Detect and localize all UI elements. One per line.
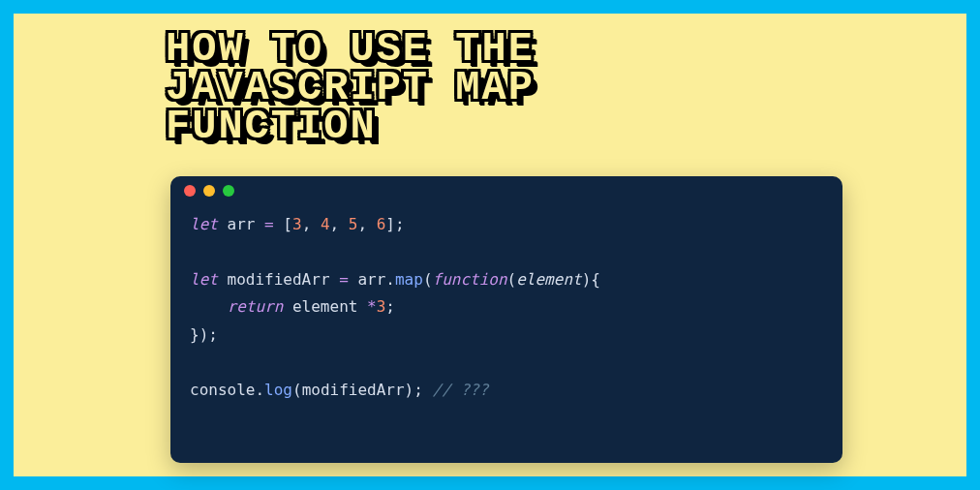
window-titlebar: [170, 176, 842, 205]
close-icon[interactable]: [184, 185, 196, 197]
param-element: element: [516, 270, 581, 289]
keyword-let: let: [190, 215, 218, 233]
code-window: let arr = [3, 4, 5, 6]; let modifiedArr …: [170, 176, 842, 463]
method-log: log: [264, 381, 292, 399]
minimize-icon[interactable]: [203, 185, 215, 197]
var-modifiedArr: modifiedArr: [228, 270, 330, 289]
keyword-function: function: [433, 270, 507, 289]
canvas: HOW TO USE THE JAVASCRIPT MAP FUNCTION l…: [14, 14, 966, 476]
page-title: HOW TO USE THE JAVASCRIPT MAP FUNCTION: [166, 31, 535, 147]
method-map: map: [395, 270, 423, 289]
maximize-icon[interactable]: [223, 185, 234, 197]
console: console: [190, 381, 255, 399]
code-block: let arr = [3, 4, 5, 6]; let modifiedArr …: [170, 205, 842, 404]
var-arr: arr: [228, 215, 256, 233]
keyword-let: let: [190, 270, 218, 289]
keyword-return: return: [228, 297, 284, 316]
comment: // ???: [433, 381, 489, 399]
